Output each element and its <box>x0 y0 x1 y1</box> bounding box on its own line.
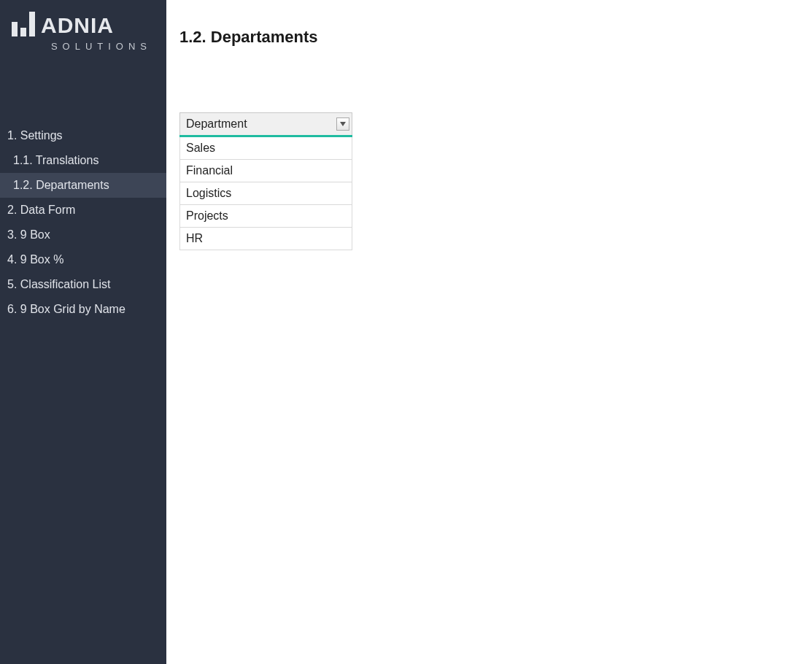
sidebar-item-label: 3. 9 Box <box>7 228 50 241</box>
sidebar-item-translations[interactable]: 1.1. Translations <box>0 148 166 173</box>
table-row[interactable]: Financial <box>180 160 352 182</box>
department-table: Department Sales Financial Logistics Pro… <box>179 112 352 250</box>
brand-name: ADNIA <box>41 15 114 36</box>
table-row[interactable]: Projects <box>180 205 352 228</box>
column-filter-button[interactable] <box>336 117 349 131</box>
sidebar-item-label: 1. Settings <box>7 129 63 142</box>
chevron-down-icon <box>340 122 346 126</box>
sidebar-item-departaments[interactable]: 1.2. Departaments <box>0 173 166 198</box>
sidebar-item-label: 1.2. Departaments <box>13 179 109 191</box>
department-header-label: Department <box>186 117 247 130</box>
department-table-header: Department <box>180 113 352 136</box>
department-cell: Logistics <box>180 182 352 205</box>
main-content: 1.2. Departaments Department Sales Finan… <box>166 0 812 664</box>
page-title: 1.2. Departaments <box>179 28 799 47</box>
sidebar-item-label: 5. Classification List <box>7 278 110 290</box>
department-cell: Sales <box>180 136 352 160</box>
brand-logo: ADNIA <box>12 12 155 36</box>
table-row[interactable]: Logistics <box>180 182 352 205</box>
svg-marker-0 <box>340 122 346 126</box>
sidebar-item-label: 2. Data Form <box>7 204 75 216</box>
sidebar-item-label: 6. 9 Box Grid by Name <box>7 303 125 315</box>
department-cell: HR <box>180 228 352 250</box>
brand-subtitle: SOLUTIONS <box>12 41 155 52</box>
sidebar-nav: 1. Settings 1.1. Translations 1.2. Depar… <box>0 123 166 322</box>
sidebar-item-data-form[interactable]: 2. Data Form <box>0 198 166 223</box>
sidebar-item-classification-list[interactable]: 5. Classification List <box>0 272 166 297</box>
sidebar-item-label: 4. 9 Box % <box>7 253 63 266</box>
sidebar-item-settings[interactable]: 1. Settings <box>0 123 166 148</box>
sidebar-item-9-box-grid-by-name[interactable]: 6. 9 Box Grid by Name <box>0 297 166 322</box>
brand-bars-icon <box>12 12 35 36</box>
brand-block: ADNIA SOLUTIONS <box>0 0 166 58</box>
sidebar: ADNIA SOLUTIONS 1. Settings 1.1. Transla… <box>0 0 166 664</box>
department-cell: Financial <box>180 160 352 182</box>
department-cell: Projects <box>180 205 352 228</box>
sidebar-item-label: 1.1. Translations <box>13 154 98 166</box>
sidebar-item-9-box-percent[interactable]: 4. 9 Box % <box>0 247 166 272</box>
sidebar-item-9-box[interactable]: 3. 9 Box <box>0 223 166 247</box>
table-row[interactable]: Sales <box>180 136 352 160</box>
table-row[interactable]: HR <box>180 228 352 250</box>
